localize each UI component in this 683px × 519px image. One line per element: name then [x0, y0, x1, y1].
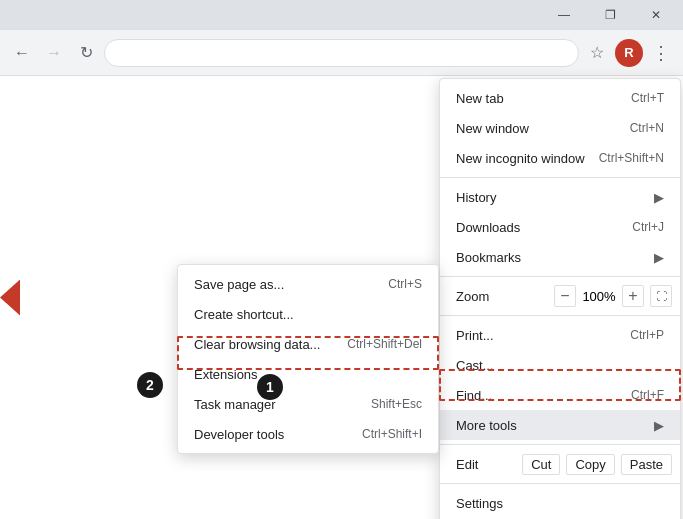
main-dropdown-menu: New tab Ctrl+T New window Ctrl+N New inc…	[439, 78, 681, 519]
zoom-value: 100%	[582, 289, 616, 304]
menu-item-downloads[interactable]: Downloads Ctrl+J	[440, 212, 680, 242]
zoom-decrease-btn[interactable]: −	[554, 285, 576, 307]
window-controls: — ❐ ✕	[541, 0, 679, 30]
menu-item-settings[interactable]: Settings	[440, 488, 680, 518]
menu-divider-4	[440, 444, 680, 445]
menu-divider-5	[440, 483, 680, 484]
more-tools-submenu: Save page as... Ctrl+S Create shortcut..…	[177, 264, 439, 454]
address-bar[interactable]	[104, 39, 579, 67]
submenu-item-extensions[interactable]: Extensions	[178, 359, 438, 389]
chrome-menu-btn[interactable]: ⋮	[647, 39, 675, 67]
menu-item-more-tools[interactable]: More tools ▶	[440, 410, 680, 440]
badge-1: 1	[257, 374, 283, 400]
submenu-item-developer-tools[interactable]: Developer tools Ctrl+Shift+I	[178, 419, 438, 449]
menu-divider-3	[440, 315, 680, 316]
close-btn[interactable]: ✕	[633, 0, 679, 30]
menu-item-new-window[interactable]: New window Ctrl+N	[440, 113, 680, 143]
submenu-item-create-shortcut[interactable]: Create shortcut...	[178, 299, 438, 329]
badge-2: 2	[137, 372, 163, 398]
fullscreen-btn[interactable]: ⛶	[650, 285, 672, 307]
user-avatar[interactable]: R	[615, 39, 643, 67]
submenu-item-task-manager[interactable]: Task manager Shift+Esc	[178, 389, 438, 419]
left-arrow-decoration	[0, 280, 20, 316]
maximize-btn[interactable]: ❐	[587, 0, 633, 30]
menu-item-edit: Edit Cut Copy Paste	[440, 449, 680, 479]
submenu-item-clear-browsing[interactable]: Clear browsing data... Ctrl+Shift+Del	[178, 329, 438, 359]
submenu-item-save-page[interactable]: Save page as... Ctrl+S	[178, 269, 438, 299]
minimize-btn[interactable]: —	[541, 0, 587, 30]
menu-item-history[interactable]: History ▶	[440, 182, 680, 212]
menu-item-cast[interactable]: Cast...	[440, 350, 680, 380]
cut-btn[interactable]: Cut	[522, 454, 560, 475]
menu-item-zoom: Zoom − 100% + ⛶	[440, 281, 680, 311]
menu-item-print[interactable]: Print... Ctrl+P	[440, 320, 680, 350]
menu-item-find[interactable]: Find... Ctrl+F	[440, 380, 680, 410]
browser-toolbar: ← → ↻ ☆ R ⋮	[0, 30, 683, 76]
menu-item-bookmarks[interactable]: Bookmarks ▶	[440, 242, 680, 272]
copy-btn[interactable]: Copy	[566, 454, 614, 475]
forward-btn[interactable]: →	[40, 39, 68, 67]
star-btn[interactable]: ☆	[583, 39, 611, 67]
menu-divider-2	[440, 276, 680, 277]
menu-item-incognito[interactable]: New incognito window Ctrl+Shift+N	[440, 143, 680, 173]
back-btn[interactable]: ←	[8, 39, 36, 67]
zoom-increase-btn[interactable]: +	[622, 285, 644, 307]
refresh-btn[interactable]: ↻	[72, 39, 100, 67]
menu-item-new-tab[interactable]: New tab Ctrl+T	[440, 83, 680, 113]
menu-divider-1	[440, 177, 680, 178]
page-content: New tab Ctrl+T New window Ctrl+N New inc…	[0, 76, 683, 519]
paste-btn[interactable]: Paste	[621, 454, 672, 475]
title-bar: — ❐ ✕	[0, 0, 683, 30]
